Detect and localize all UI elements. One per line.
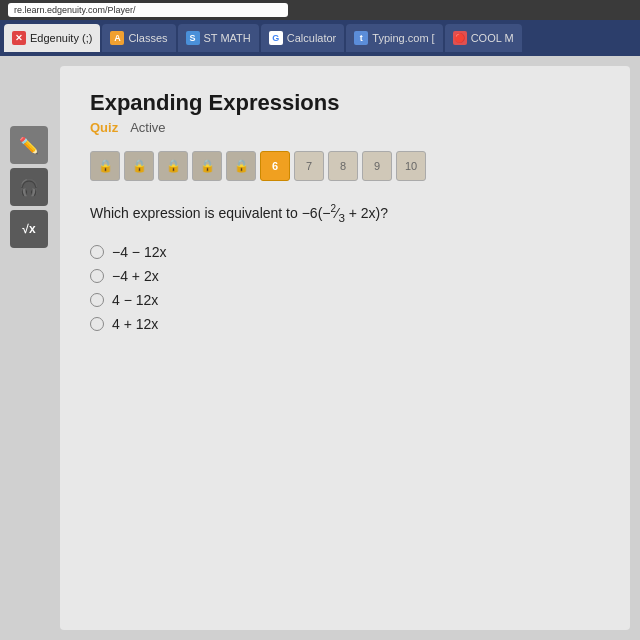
- tab-classes[interactable]: A Classes: [102, 24, 175, 52]
- option-a[interactable]: −4 − 12x: [90, 244, 600, 260]
- edgenuity-icon: ✕: [12, 31, 26, 45]
- pencil-button[interactable]: ✏️: [10, 126, 48, 164]
- tab-calculator-label: Calculator: [287, 32, 337, 44]
- status-row: Quiz Active: [90, 120, 600, 135]
- tab-classes-label: Classes: [128, 32, 167, 44]
- tab-calculator[interactable]: G Calculator: [261, 24, 345, 52]
- option-b[interactable]: −4 + 2x: [90, 268, 600, 284]
- tab-cool-label: COOL M: [471, 32, 514, 44]
- q-box-4[interactable]: [192, 151, 222, 181]
- main-content: ✏️ 🎧 √x Expanding Expressions Quiz Activ…: [0, 56, 640, 640]
- headphones-button[interactable]: 🎧: [10, 168, 48, 206]
- url-text: re.learn.edgenuity.com/Player/: [14, 5, 135, 15]
- option-c-text: 4 − 12x: [112, 292, 158, 308]
- radio-b[interactable]: [90, 269, 104, 283]
- browser-top-bar: re.learn.edgenuity.com/Player/: [0, 0, 640, 20]
- q-box-5[interactable]: [226, 151, 256, 181]
- option-c[interactable]: 4 − 12x: [90, 292, 600, 308]
- radio-a[interactable]: [90, 245, 104, 259]
- tab-edgenuity-label: Edgenuity (;): [30, 32, 92, 44]
- left-sidebar: ✏️ 🎧 √x: [10, 66, 60, 630]
- tab-typing-label: Typing.com [: [372, 32, 434, 44]
- status-active: Active: [130, 120, 165, 135]
- tab-bar: ✕ Edgenuity (;) A Classes S ST MATH G Ca…: [0, 20, 640, 56]
- address-bar[interactable]: re.learn.edgenuity.com/Player/: [8, 3, 288, 17]
- math-expression: −6(−2⁄3 + 2x)?: [302, 205, 388, 221]
- question-stem: Which expression is equivalent to: [90, 205, 298, 221]
- status-quiz: Quiz: [90, 120, 118, 135]
- radio-d[interactable]: [90, 317, 104, 331]
- q-box-10[interactable]: 10: [396, 151, 426, 181]
- options-list: −4 − 12x −4 + 2x 4 − 12x 4 + 12x: [90, 244, 600, 332]
- q-box-7[interactable]: 7: [294, 151, 324, 181]
- stmath-icon: S: [186, 31, 200, 45]
- q-box-1[interactable]: [90, 151, 120, 181]
- google-icon: G: [269, 31, 283, 45]
- option-d-text: 4 + 12x: [112, 316, 158, 332]
- tab-edgenuity[interactable]: ✕ Edgenuity (;): [4, 24, 100, 52]
- option-b-text: −4 + 2x: [112, 268, 159, 284]
- option-a-text: −4 − 12x: [112, 244, 167, 260]
- q-box-6[interactable]: 6: [260, 151, 290, 181]
- content-panel: Expanding Expressions Quiz Active 6 7 8 …: [60, 66, 630, 630]
- tab-typing[interactable]: t Typing.com [: [346, 24, 442, 52]
- typing-icon: t: [354, 31, 368, 45]
- q-box-8[interactable]: 8: [328, 151, 358, 181]
- question-text: Which expression is equivalent to −6(−2⁄…: [90, 201, 600, 226]
- tab-stmath-label: ST MATH: [204, 32, 251, 44]
- sqrt-button[interactable]: √x: [10, 210, 48, 248]
- question-nav: 6 7 8 9 10: [90, 151, 600, 181]
- classes-icon: A: [110, 31, 124, 45]
- cool-icon: 🔴: [453, 31, 467, 45]
- page-title: Expanding Expressions: [90, 90, 600, 116]
- tab-stmath[interactable]: S ST MATH: [178, 24, 259, 52]
- tab-cool[interactable]: 🔴 COOL M: [445, 24, 522, 52]
- option-d[interactable]: 4 + 12x: [90, 316, 600, 332]
- q-box-3[interactable]: [158, 151, 188, 181]
- q-box-9[interactable]: 9: [362, 151, 392, 181]
- q-box-2[interactable]: [124, 151, 154, 181]
- radio-c[interactable]: [90, 293, 104, 307]
